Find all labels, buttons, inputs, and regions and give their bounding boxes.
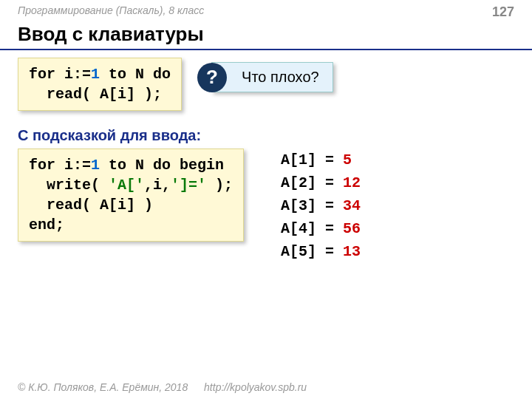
code-text: to N do xyxy=(100,66,171,83)
code-text: read( A[i] ); xyxy=(29,86,162,103)
output-row: A[5] = 13 xyxy=(281,240,361,263)
footer: © К.Ю. Поляков, Е.А. Ерёмин, 2018 http:/… xyxy=(18,381,307,393)
copyright: © К.Ю. Поляков, Е.А. Ерёмин, 2018 xyxy=(18,381,188,393)
output-value: 13 xyxy=(343,243,361,260)
code-text: read( A[i] ) xyxy=(29,197,153,214)
code-text: ,i, xyxy=(144,177,171,194)
output-row: A[4] = 56 xyxy=(281,217,361,240)
output-value: 12 xyxy=(343,174,361,191)
callout-text: Что плохо? xyxy=(242,69,319,85)
output-label: A[4] = xyxy=(281,220,343,237)
question-icon: ? xyxy=(197,63,227,92)
content: for i:=1 to N do read( A[i] ); ? Что пло… xyxy=(0,50,532,263)
footer-url: http://kpolyakov.spb.ru xyxy=(204,381,307,393)
output-value: 34 xyxy=(343,197,361,214)
row-1: for i:=1 to N do read( A[i] ); ? Что пло… xyxy=(18,58,514,111)
callout-box: ? Что плохо? xyxy=(211,62,333,92)
sample-output: A[1] = 5 A[2] = 12 A[3] = 34 A[4] = 56 A… xyxy=(281,149,361,263)
output-label: A[5] = xyxy=(281,243,343,260)
code-number: 1 xyxy=(91,66,100,83)
output-value: 5 xyxy=(343,151,352,168)
code-text: to N do begin xyxy=(100,157,224,174)
page-title: Ввод с клавиатуры xyxy=(0,21,532,50)
output-label: A[3] = xyxy=(281,197,343,214)
output-value: 56 xyxy=(343,220,361,237)
code-number: 1 xyxy=(91,157,100,174)
row-2: for i:=1 to N do begin write( 'A[',i,']=… xyxy=(18,149,514,263)
output-row: A[1] = 5 xyxy=(281,149,361,171)
code-block-1: for i:=1 to N do read( A[i] ); xyxy=(18,58,182,111)
page-number: 127 xyxy=(492,4,514,20)
output-row: A[3] = 34 xyxy=(281,194,361,217)
code-text: for i:= xyxy=(29,157,91,174)
code-block-2: for i:=1 to N do begin write( 'A[',i,']=… xyxy=(18,149,244,242)
code-string: ']=' xyxy=(171,177,206,194)
code-string: 'A[' xyxy=(109,177,144,194)
course-label: Программирование (Паскаль), 8 класс xyxy=(18,4,204,20)
code-text: write( xyxy=(29,177,109,194)
code-text: end; xyxy=(29,216,64,233)
output-label: A[2] = xyxy=(281,174,343,191)
sub-heading: С подсказкой для ввода: xyxy=(18,127,514,144)
callout-wrap: ? Что плохо? xyxy=(211,62,333,92)
code-text: for i:= xyxy=(29,66,91,83)
output-label: A[1] = xyxy=(281,151,343,168)
code-text: ); xyxy=(206,177,233,194)
output-row: A[2] = 12 xyxy=(281,171,361,194)
header: Программирование (Паскаль), 8 класс 127 xyxy=(0,0,532,21)
